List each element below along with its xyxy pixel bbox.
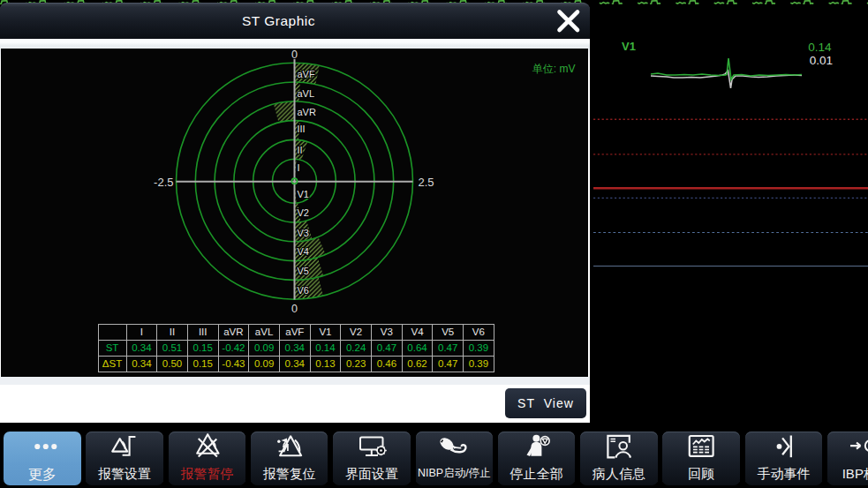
svg-text:-2.5: -2.5: [154, 176, 173, 189]
svg-text:I: I: [298, 162, 300, 173]
svg-text:0.14: 0.14: [808, 41, 832, 54]
svg-text:0: 0: [291, 49, 298, 61]
svg-text:V1: V1: [622, 40, 636, 53]
svg-text:V3: V3: [298, 228, 309, 238]
svg-text:aVR: aVR: [298, 107, 316, 117]
svg-text:2.5: 2.5: [419, 176, 434, 189]
svg-text:III: III: [298, 124, 306, 134]
svg-text:V2: V2: [298, 207, 309, 218]
svg-text:aVL: aVL: [298, 88, 315, 99]
svg-text:0: 0: [291, 303, 298, 315]
svg-text:II: II: [298, 145, 303, 155]
svg-text:V5: V5: [298, 266, 309, 276]
svg-text:V4: V4: [298, 246, 309, 257]
svg-text:V1: V1: [298, 189, 309, 199]
svg-text:aVF: aVF: [298, 69, 315, 79]
svg-text:单位: mV: 单位: mV: [532, 63, 576, 75]
svg-text:0.01: 0.01: [810, 54, 833, 67]
svg-text:V6: V6: [298, 285, 309, 296]
